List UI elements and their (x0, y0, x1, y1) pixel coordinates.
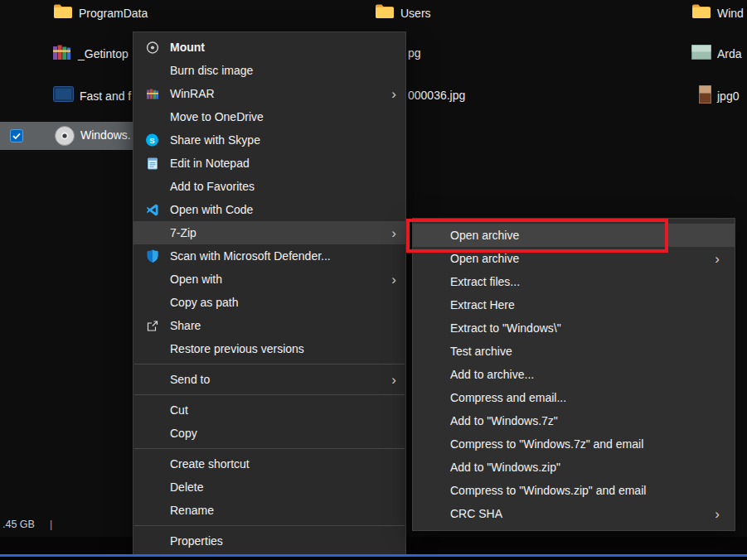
submenu-item-label: Compress and email... (450, 391, 566, 404)
share-icon (144, 318, 160, 334)
menu-item-share-with-skype[interactable]: S Share with Skype (133, 128, 405, 152)
bottom-edge (0, 557, 747, 560)
submenu-item-label: Extract files... (450, 275, 520, 288)
menu-item-label: Mount (170, 41, 205, 54)
menu-item-label: Burn disc image (170, 64, 253, 77)
selected-file-row[interactable]: Windows. (0, 122, 133, 150)
menu-item-restore-previous-versions[interactable]: Restore previous versions (133, 337, 405, 360)
submenu-item-label: Add to "Windows.zip" (450, 461, 560, 474)
skype-icon: S (144, 133, 160, 148)
menu-item-label: Rename (170, 504, 214, 517)
status-bar: .45 GB| (2, 519, 52, 530)
menu-item-copy-as-path[interactable]: Copy as path (133, 291, 405, 314)
photo-thumbnail-icon (699, 85, 711, 107)
menu-item-open-with[interactable]: Open with › (133, 268, 405, 291)
submenu-item-add-to-archive[interactable]: Add to archive... (413, 363, 735, 386)
submenu-item-extract-here[interactable]: Extract Here (413, 293, 735, 316)
file-label: jpg0 (717, 89, 739, 103)
svg-text:S: S (149, 136, 154, 145)
menu-item-label: Create shortcut (170, 457, 250, 471)
file-arda[interactable]: Arda (691, 45, 742, 63)
menu-item-burn-disc-image[interactable]: Burn disc image (133, 59, 405, 82)
submenu-item-add-to-7z[interactable]: Add to "Windows.7z" (413, 409, 735, 432)
menu-item-share[interactable]: Share (133, 314, 405, 337)
notepad-icon (144, 156, 160, 171)
file-fragment[interactable]: pg (408, 46, 421, 60)
folder-programdata[interactable]: ProgramData (53, 3, 148, 23)
menu-item-label: Share (170, 319, 201, 332)
menu-item-rename[interactable]: Rename (133, 499, 405, 522)
file-jpg0[interactable]: jpg0 (699, 85, 739, 107)
submenu-item-label: Add to "Windows.7z" (450, 414, 558, 427)
menu-item-7zip[interactable]: 7-Zip › (133, 221, 405, 244)
file-explorer-screen: ProgramData Users Wind _Getintop pg Arda… (0, 0, 747, 560)
folder-windows[interactable]: Wind (691, 3, 744, 23)
menu-separator (134, 525, 405, 526)
folder-label: Wind (717, 7, 744, 20)
menu-item-label: Send to (170, 373, 210, 386)
status-size-text: .45 GB (2, 519, 35, 530)
winrar-icon (144, 86, 160, 102)
menu-item-mount[interactable]: Mount (133, 36, 405, 59)
submenu-item-label: Extract to "Windows\" (450, 321, 561, 335)
menu-item-send-to[interactable]: Send to › (133, 368, 405, 391)
menu-item-label: Copy (170, 427, 197, 440)
menu-item-label: WinRAR (170, 87, 215, 100)
submenu-item-compress-to-zip-and-email[interactable]: Compress to "Windows.zip" and email (413, 479, 735, 502)
menu-item-delete[interactable]: Delete (133, 476, 405, 499)
submenu-item-extract-to-folder[interactable]: Extract to "Windows\" (413, 316, 735, 340)
menu-item-open-with-code[interactable]: Open with Code (133, 198, 405, 221)
file-label: Arda (717, 47, 742, 60)
submenu-item-test-archive[interactable]: Test archive (413, 340, 735, 363)
menu-item-scan-with-defender[interactable]: Scan with Microsoft Defender... (133, 244, 405, 268)
file-fast-and-f[interactable]: Fast and f (53, 86, 131, 105)
menu-item-add-to-favorites[interactable]: Add to Favorites (133, 175, 405, 198)
mount-icon (144, 40, 160, 56)
menu-item-label: Copy as path (170, 296, 239, 309)
submenu-item-crc-sha[interactable]: CRC SHA › (413, 502, 735, 525)
menu-item-cut[interactable]: Cut (133, 398, 405, 422)
menu-item-properties[interactable]: Properties (133, 529, 405, 553)
folder-icon (375, 3, 395, 23)
menu-separator (134, 364, 405, 364)
image-thumbnail-icon (691, 45, 711, 63)
selected-file-label: Windows. (80, 128, 131, 142)
menu-item-edit-in-notepad[interactable]: Edit in Notepad (133, 152, 405, 175)
submenu-chevron-icon: › (391, 87, 396, 101)
menu-separator (134, 394, 405, 395)
file-label: _Getintop (78, 47, 129, 60)
menu-item-label: Scan with Microsoft Defender... (170, 249, 331, 263)
submenu-item-compress-to-7z-and-email[interactable]: Compress to "Windows.7z" and email (413, 432, 735, 456)
file-label: Fast and f (80, 89, 131, 103)
submenu-item-extract-files[interactable]: Extract files... (413, 270, 735, 293)
menu-item-label: Restore previous versions (170, 342, 304, 355)
submenu-item-add-to-zip[interactable]: Add to "Windows.zip" (413, 456, 735, 479)
folder-label: ProgramData (79, 7, 148, 20)
context-menu: Mount Burn disc image WinRAR › Move to O… (133, 31, 406, 560)
submenu-item-label: Compress to "Windows.7z" and email (450, 437, 643, 451)
menu-item-move-to-onedrive[interactable]: Move to OneDrive (133, 105, 405, 128)
disc-image-icon (53, 124, 76, 151)
menu-item-create-shortcut[interactable]: Create shortcut (133, 452, 405, 476)
menu-item-label: Properties (170, 534, 223, 548)
menu-item-winrar[interactable]: WinRAR › (133, 82, 405, 105)
file-fragment[interactable]: 000036.jpg (408, 89, 465, 102)
submenu-chevron-icon: › (391, 226, 396, 240)
submenu-chevron-icon: › (391, 273, 396, 287)
menu-item-label: Cut (170, 403, 188, 417)
submenu-item-label: Compress to "Windows.zip" and email (450, 484, 646, 497)
submenu-chevron-icon: › (715, 507, 720, 521)
folder-label: Users (400, 7, 431, 20)
winrar-archive-icon (51, 43, 72, 65)
menu-item-copy[interactable]: Copy (133, 422, 405, 445)
status-separator: | (50, 519, 52, 530)
folder-icon (691, 3, 711, 23)
submenu-item-compress-and-email[interactable]: Compress and email... (413, 386, 735, 409)
annotation-red-box (406, 219, 668, 253)
folder-users[interactable]: Users (375, 3, 431, 23)
defender-shield-icon (144, 249, 160, 264)
menu-item-label: Edit in Notepad (170, 157, 250, 170)
file-checkbox[interactable] (10, 129, 23, 142)
submenu-item-label: Extract Here (450, 298, 515, 311)
file-getintop[interactable]: _Getintop (51, 43, 129, 65)
